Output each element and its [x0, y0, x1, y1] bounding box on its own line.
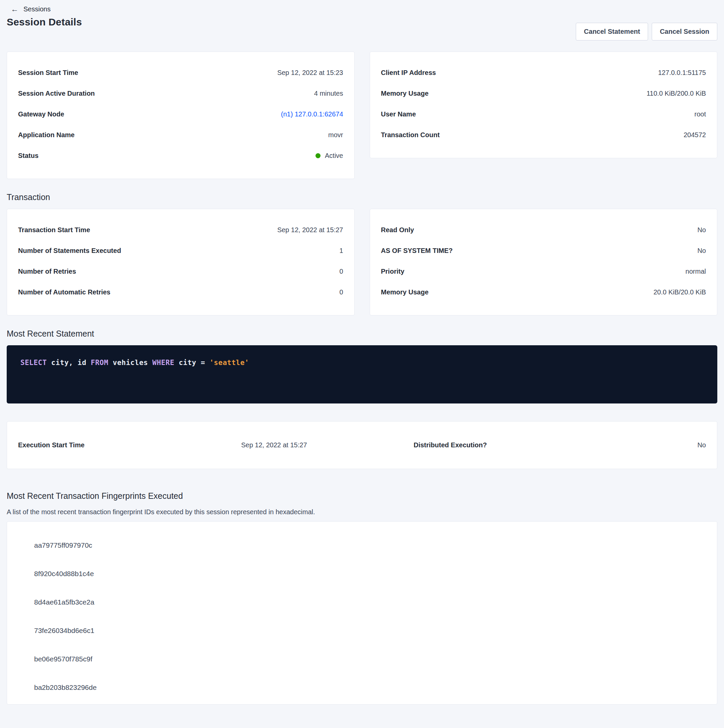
- row-label: Distributed Execution?: [413, 441, 487, 449]
- row-value: Sep 12, 2022 at 15:23: [277, 69, 343, 76]
- row-value: Sep 12, 2022 at 15:27: [241, 441, 307, 449]
- row-value: 1: [339, 247, 343, 255]
- fingerprint-list-item: ba2b203b823296de: [7, 673, 717, 702]
- row-value: No: [697, 226, 706, 234]
- back-to-sessions-link[interactable]: ← Sessions: [7, 2, 51, 13]
- summary-row-automatic-retries: Number of Automatic Retries 0: [18, 282, 343, 303]
- gateway-node-link[interactable]: (n1) 127.0.0.1:62674: [281, 110, 343, 118]
- row-value: 204572: [684, 131, 706, 139]
- status-badge: Active: [315, 152, 343, 160]
- summary-row-gateway-node: Gateway Node (n1) 127.0.0.1:62674: [18, 104, 343, 124]
- summary-row-session-active-duration: Session Active Duration 4 minutes: [18, 83, 343, 104]
- session-summary-card-right: Client IP Address 127.0.0.1:51175 Memory…: [370, 52, 718, 158]
- summary-row-retries: Number of Retries 0: [18, 261, 343, 282]
- cancel-statement-button[interactable]: Cancel Statement: [576, 23, 648, 40]
- sql-keyword: WHERE: [152, 359, 179, 367]
- row-value: Sep 12, 2022 at 15:27: [277, 226, 343, 234]
- summary-row-distributed-execution: Distributed Execution? No: [307, 441, 706, 449]
- summary-row-execution-start-time: Execution Start Time Sep 12, 2022 at 15:…: [18, 441, 307, 449]
- page-header: Session Details Cancel Statement Cancel …: [7, 17, 717, 40]
- summary-row-session-start-time: Session Start Time Sep 12, 2022 at 15:23: [18, 62, 343, 83]
- header-actions: Cancel Statement Cancel Session: [576, 23, 717, 40]
- summary-row-status: Status Active: [18, 145, 343, 166]
- row-value: normal: [686, 268, 706, 275]
- sql-text: vehicles: [113, 359, 152, 367]
- sql-keyword: FROM: [91, 359, 113, 367]
- status-text: Active: [325, 152, 343, 160]
- summary-row-application-name: Application Name movr: [18, 124, 343, 145]
- back-arrow-icon: ←: [11, 5, 18, 13]
- fingerprint-list-item: be06e9570f785c9f: [7, 645, 717, 673]
- row-value: root: [695, 110, 706, 118]
- row-label: Memory Usage: [381, 90, 429, 97]
- summary-row-memory-usage: Memory Usage 110.0 KiB/200.0 KiB: [381, 83, 706, 104]
- row-label: Transaction Count: [381, 131, 440, 139]
- row-label: Session Active Duration: [18, 90, 95, 97]
- statement-section-title: Most Recent Statement: [7, 329, 717, 339]
- row-label: Gateway Node: [18, 110, 64, 118]
- summary-row-transaction-count: Transaction Count 204572: [381, 124, 706, 145]
- summary-row-transaction-start-time: Transaction Start Time Sep 12, 2022 at 1…: [18, 219, 343, 240]
- row-value: No: [697, 441, 706, 449]
- row-label: Application Name: [18, 131, 75, 139]
- row-label: Session Start Time: [18, 69, 78, 76]
- row-label: Execution Start Time: [18, 441, 85, 449]
- session-summary-card-left: Session Start Time Sep 12, 2022 at 15:23…: [7, 52, 355, 179]
- row-label: Number of Retries: [18, 268, 76, 275]
- row-value: 0: [339, 268, 343, 275]
- row-label: Number of Statements Executed: [18, 247, 121, 255]
- row-value: No: [697, 247, 706, 255]
- row-label: Client IP Address: [381, 69, 436, 76]
- fingerprints-description: A list of the most recent transaction fi…: [7, 508, 717, 516]
- row-value: 4 minutes: [314, 90, 343, 97]
- transaction-card-left: Transaction Start Time Sep 12, 2022 at 1…: [7, 209, 355, 315]
- row-label: Read Only: [381, 226, 414, 234]
- row-label: AS OF SYSTEM TIME?: [381, 247, 453, 255]
- summary-row-user-name: User Name root: [381, 104, 706, 124]
- fingerprint-list-item: aa79775ff097970c: [7, 531, 717, 560]
- row-label: Number of Automatic Retries: [18, 288, 110, 296]
- row-value: 127.0.0.1:51175: [658, 69, 706, 76]
- summary-row-txn-memory-usage: Memory Usage 20.0 KiB/20.0 KiB: [381, 282, 706, 303]
- summary-row-read-only: Read Only No: [381, 219, 706, 240]
- row-label: Memory Usage: [381, 288, 429, 296]
- page-title: Session Details: [7, 17, 82, 28]
- row-value: 20.0 KiB/20.0 KiB: [654, 288, 706, 296]
- transaction-section-title: Transaction: [7, 193, 717, 202]
- transaction-summary-row: Transaction Start Time Sep 12, 2022 at 1…: [7, 209, 717, 315]
- row-label: Priority: [381, 268, 404, 275]
- sql-text: city, id: [51, 359, 91, 367]
- transaction-card-right: Read Only No AS OF SYSTEM TIME? No Prior…: [370, 209, 718, 315]
- row-label: Transaction Start Time: [18, 226, 90, 234]
- sql-keyword: SELECT: [20, 359, 51, 367]
- fingerprints-card: aa79775ff097970c 8f920c40d88b1c4e 8d4ae6…: [7, 521, 717, 705]
- status-active-dot-icon: [315, 153, 320, 158]
- fingerprint-list-item: 8d4ae61a5fb3ce2a: [7, 588, 717, 616]
- session-details-page: ← Sessions Session Details Cancel Statem…: [0, 0, 724, 705]
- fingerprint-list-item: 73fe26034bd6e6c1: [7, 616, 717, 645]
- sql-text: city =: [179, 359, 210, 367]
- row-value: movr: [328, 131, 343, 139]
- sql-string-literal: 'seattle': [210, 359, 249, 367]
- fingerprint-list-item: 8f920c40d88b1c4e: [7, 560, 717, 588]
- fingerprints-section-title: Most Recent Transaction Fingerprints Exe…: [7, 491, 717, 501]
- summary-row-statements-executed: Number of Statements Executed 1: [18, 240, 343, 261]
- back-link-label: Sessions: [23, 5, 51, 13]
- sql-statement: SELECT city, id FROM vehicles WHERE city…: [20, 359, 704, 367]
- row-label: Status: [18, 152, 38, 160]
- summary-row-client-ip: Client IP Address 127.0.0.1:51175: [381, 62, 706, 83]
- execution-summary-card: Execution Start Time Sep 12, 2022 at 15:…: [7, 421, 717, 469]
- session-summary-row: Session Start Time Sep 12, 2022 at 15:23…: [7, 52, 717, 179]
- row-label: User Name: [381, 110, 416, 118]
- summary-row-priority: Priority normal: [381, 261, 706, 282]
- row-value: 110.0 KiB/200.0 KiB: [646, 90, 706, 97]
- sql-statement-box: SELECT city, id FROM vehicles WHERE city…: [7, 345, 717, 404]
- summary-row-as-of-system-time: AS OF SYSTEM TIME? No: [381, 240, 706, 261]
- row-value: 0: [339, 288, 343, 296]
- cancel-session-button[interactable]: Cancel Session: [652, 23, 717, 40]
